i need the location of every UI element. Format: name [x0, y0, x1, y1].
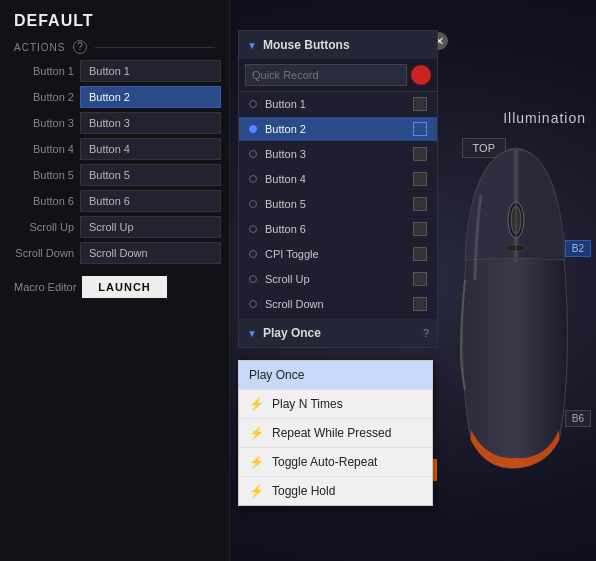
- action-row-scrolldown: Scroll Down Scroll Down: [0, 240, 229, 266]
- quick-record-input[interactable]: [245, 64, 407, 86]
- action-btn-4[interactable]: Button 4: [80, 138, 221, 160]
- actions-label: ACTIONS ?: [0, 36, 229, 58]
- checkbox-icon[interactable]: [413, 197, 427, 211]
- macro-editor-label: Macro Editor: [14, 281, 76, 293]
- action-row-button1: Button 1 Button 1: [0, 58, 229, 84]
- action-row-button6: Button 6 Button 6: [0, 188, 229, 214]
- item-label: Button 2: [265, 123, 405, 135]
- action-btn-2[interactable]: Button 2: [80, 86, 221, 108]
- play-header-title: Play Once: [263, 326, 417, 340]
- action-btn-1[interactable]: Button 1: [80, 60, 221, 82]
- item-label: Button 3: [265, 148, 405, 160]
- list-item-button6[interactable]: Button 6: [239, 217, 437, 242]
- item-label: CPI Toggle: [265, 248, 405, 260]
- play-help-icon[interactable]: ?: [423, 327, 429, 339]
- lightning-icon: ⚡: [249, 484, 264, 498]
- mouse-buttons-panel: ▼ Mouse Buttons Button 1 Button 2 Button…: [238, 30, 438, 348]
- play-header[interactable]: ▼ Play Once ?: [239, 319, 437, 347]
- checkbox-icon[interactable]: [413, 222, 427, 236]
- illumination-label: Illumination: [503, 110, 586, 126]
- action-row-scrollup: Scroll Up Scroll Up: [0, 214, 229, 240]
- actions-help-icon[interactable]: ?: [73, 40, 87, 54]
- item-label: Button 4: [265, 173, 405, 185]
- dropdown-item-label: Toggle Auto-Repeat: [272, 455, 377, 469]
- action-label-1: Button 1: [14, 65, 74, 77]
- lightning-icon: ⚡: [249, 397, 264, 411]
- checkbox-icon[interactable]: [413, 297, 427, 311]
- list-item-button1[interactable]: Button 1: [239, 92, 437, 117]
- bullet-icon: [249, 250, 257, 258]
- dropdown-item-toggle-auto-repeat[interactable]: ⚡ Toggle Auto-Repeat: [239, 448, 432, 477]
- left-panel: DEFAULT ACTIONS ? Button 1 Button 1 Butt…: [0, 0, 230, 561]
- action-label-scrollup: Scroll Up: [14, 221, 74, 233]
- action-btn-scrollup[interactable]: Scroll Up: [80, 216, 221, 238]
- action-label-5: Button 5: [14, 169, 74, 181]
- dropdown-item-play-once[interactable]: Play Once: [239, 361, 432, 390]
- item-label: Scroll Down: [265, 298, 405, 310]
- action-btn-5[interactable]: Button 5: [80, 164, 221, 186]
- list-item-scrollup[interactable]: Scroll Up: [239, 267, 437, 292]
- bullet-icon: [249, 150, 257, 158]
- checkbox-icon[interactable]: [413, 272, 427, 286]
- list-item-button4[interactable]: Button 4: [239, 167, 437, 192]
- macro-row: Macro Editor LAUNCH: [0, 270, 229, 304]
- list-item-button3[interactable]: Button 3: [239, 142, 437, 167]
- lightning-icon: ⚡: [249, 455, 264, 469]
- play-arrow-icon: ▼: [247, 328, 257, 339]
- record-button[interactable]: [411, 65, 431, 85]
- mouse-buttons-header[interactable]: ▼ Mouse Buttons: [239, 31, 437, 59]
- list-item-scrolldown[interactable]: Scroll Down: [239, 292, 437, 317]
- checkbox-icon[interactable]: [413, 247, 427, 261]
- panel-header-title: Mouse Buttons: [263, 38, 429, 52]
- checkbox-icon[interactable]: [413, 122, 427, 136]
- mouse-illustration: [451, 130, 581, 473]
- panel-title: DEFAULT: [0, 0, 229, 36]
- panel-arrow-icon: ▼: [247, 40, 257, 51]
- dropdown-item-label: Toggle Hold: [272, 484, 335, 498]
- dropdown-item-label: Repeat While Pressed: [272, 426, 391, 440]
- action-row-button2: Button 2 Button 2: [0, 84, 229, 110]
- action-row-button3: Button 3 Button 3: [0, 110, 229, 136]
- bullet-icon: [249, 200, 257, 208]
- item-label: Button 1: [265, 98, 405, 110]
- action-btn-3[interactable]: Button 3: [80, 112, 221, 134]
- dropdown-item-play-n-times[interactable]: ⚡ Play N Times: [239, 390, 432, 419]
- bullet-icon: [249, 125, 257, 133]
- play-dropdown-menu: Play Once ⚡ Play N Times ⚡ Repeat While …: [238, 360, 433, 506]
- play-section: ▼ Play Once ?: [239, 319, 437, 347]
- action-label-scrolldown: Scroll Down: [14, 247, 74, 259]
- list-item-button5[interactable]: Button 5: [239, 192, 437, 217]
- item-label: Button 6: [265, 223, 405, 235]
- checkbox-icon[interactable]: [413, 172, 427, 186]
- action-btn-6[interactable]: Button 6: [80, 190, 221, 212]
- action-row-button4: Button 4 Button 4: [0, 136, 229, 162]
- bullet-icon: [249, 300, 257, 308]
- action-label-6: Button 6: [14, 195, 74, 207]
- search-row: [239, 59, 437, 92]
- checkbox-icon[interactable]: [413, 147, 427, 161]
- bullet-icon: [249, 225, 257, 233]
- item-label: Scroll Up: [265, 273, 405, 285]
- list-item-cpi[interactable]: CPI Toggle: [239, 242, 437, 267]
- dropdown-item-label: Play Once: [249, 368, 304, 382]
- checkbox-icon[interactable]: [413, 97, 427, 111]
- action-btn-scrolldown[interactable]: Scroll Down: [80, 242, 221, 264]
- bullet-icon: [249, 100, 257, 108]
- dropdown-item-toggle-hold[interactable]: ⚡ Toggle Hold: [239, 477, 432, 505]
- bullet-icon: [249, 275, 257, 283]
- lightning-icon: ⚡: [249, 426, 264, 440]
- launch-button[interactable]: LAUNCH: [82, 276, 166, 298]
- action-row-button5: Button 5 Button 5: [0, 162, 229, 188]
- dropdown-item-repeat-while-pressed[interactable]: ⚡ Repeat While Pressed: [239, 419, 432, 448]
- item-label: Button 5: [265, 198, 405, 210]
- dropdown-item-label: Play N Times: [272, 397, 343, 411]
- action-label-4: Button 4: [14, 143, 74, 155]
- action-label-2: Button 2: [14, 91, 74, 103]
- action-label-3: Button 3: [14, 117, 74, 129]
- list-item-button2[interactable]: Button 2: [239, 117, 437, 142]
- bullet-icon: [249, 175, 257, 183]
